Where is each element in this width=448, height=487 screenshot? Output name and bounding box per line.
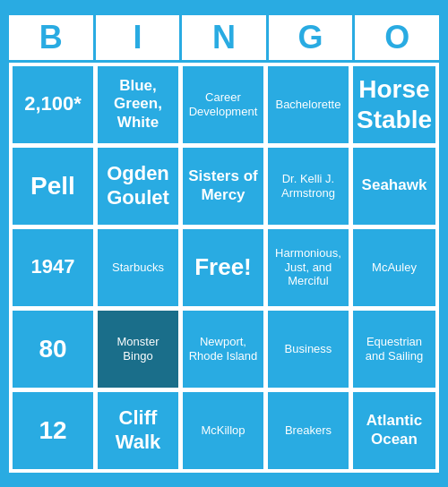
cell-text-r1-c0: Pell (30, 171, 75, 201)
cell-r2-c3: Harmonious, Just, and Merciful (267, 228, 349, 307)
cell-text-r0-c2: Career Development (186, 90, 260, 118)
cell-text-r3-c3: Business (285, 342, 332, 356)
cell-r1-c3: Dr. Kelli J. Armstrong (267, 147, 349, 226)
cell-r0-c3: Bachelorette (267, 65, 349, 144)
bingo-grid: 2,100*Blue, Green, WhiteCareer Developme… (9, 63, 439, 473)
cell-r0-c1: Blue, Green, White (97, 65, 179, 144)
cell-text-r4-c1: Cliff Walk (101, 406, 175, 454)
cell-r2-c1: Starbucks (97, 228, 179, 307)
cell-r3-c0: 80 (12, 310, 94, 389)
cell-text-r1-c2: Sisters of Mercy (186, 167, 260, 204)
cell-text-r2-c3: Harmonious, Just, and Merciful (271, 246, 345, 288)
cell-text-r4-c3: Breakers (285, 423, 332, 438)
cell-r1-c0: Pell (12, 147, 94, 226)
header-letter-o: O (355, 15, 439, 60)
cell-r4-c4: Atlantic Ocean (352, 391, 436, 470)
cell-text-r2-c0: 1947 (31, 255, 75, 278)
cell-r4-c0: 12 (12, 391, 94, 470)
cell-r0-c4: Horse Stable (352, 65, 436, 144)
cell-text-r0-c1: Blue, Green, White (101, 77, 175, 132)
cell-text-r4-c0: 12 (39, 415, 66, 446)
cell-r1-c2: Sisters of Mercy (182, 147, 264, 226)
cell-text-r3-c0: 80 (39, 334, 66, 364)
cell-r3-c2: Newport, Rhode Island (182, 310, 264, 389)
cell-text-r2-c2: Free! (194, 253, 252, 281)
cell-text-r3-c1: Monster Bingo (101, 335, 175, 363)
bingo-card: BINGO 2,100*Blue, Green, WhiteCareer Dev… (9, 15, 439, 473)
cell-r0-c2: Career Development (182, 65, 264, 144)
cell-r2-c0: 1947 (12, 228, 94, 307)
cell-text-r3-c4: Equestrian and Sailing (357, 335, 432, 363)
cell-r3-c4: Equestrian and Sailing (352, 310, 436, 389)
cell-r1-c4: Seahawk (352, 147, 436, 226)
cell-text-r0-c0: 2,100* (24, 92, 82, 115)
cell-r4-c2: McKillop (182, 391, 264, 470)
header-letter-i: I (96, 15, 180, 60)
cell-text-r4-c4: Atlantic Ocean (357, 412, 432, 449)
cell-text-r2-c4: McAuley (372, 261, 417, 275)
cell-text-r2-c1: Starbucks (112, 261, 164, 275)
cell-text-r3-c2: Newport, Rhode Island (186, 335, 260, 363)
cell-r1-c1: Ogden Goulet (97, 147, 179, 226)
cell-text-r0-c4: Horse Stable (357, 74, 432, 134)
cell-text-r1-c4: Seahawk (362, 176, 427, 194)
header-letter-n: N (182, 15, 266, 60)
header-letter-b: B (9, 15, 93, 60)
cell-text-r4-c2: McKillop (201, 423, 245, 438)
cell-r0-c0: 2,100* (12, 65, 94, 144)
cell-text-r0-c3: Bachelorette (275, 98, 340, 112)
cell-r2-c2: Free! (182, 228, 264, 307)
cell-text-r1-c3: Dr. Kelli J. Armstrong (271, 172, 345, 200)
cell-r2-c4: McAuley (352, 228, 436, 307)
cell-r4-c3: Breakers (267, 391, 349, 470)
cell-r3-c1: Monster Bingo (97, 310, 179, 389)
header-letter-g: G (269, 15, 353, 60)
cell-r4-c1: Cliff Walk (97, 391, 179, 470)
cell-text-r1-c1: Ogden Goulet (101, 162, 175, 209)
bingo-header: BINGO (9, 15, 439, 60)
cell-r3-c3: Business (267, 310, 349, 389)
